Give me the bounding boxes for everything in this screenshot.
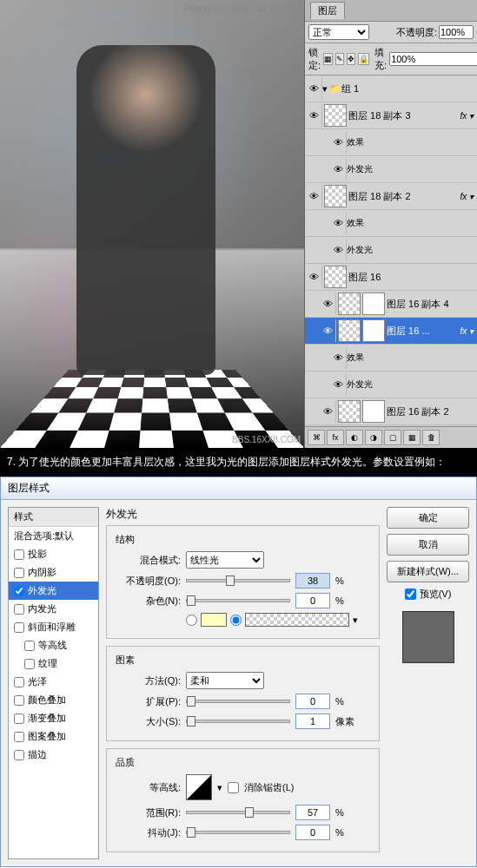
style-drop-shadow[interactable]: 投影 — [9, 545, 98, 563]
style-checkbox[interactable] — [14, 586, 24, 596]
color-radio[interactable] — [186, 615, 197, 626]
style-checkbox[interactable] — [14, 549, 24, 560]
style-gradient-overlay[interactable]: 渐变叠加 — [9, 709, 98, 727]
layer-effect[interactable]: 👁效果 — [305, 129, 477, 156]
opacity-input[interactable] — [295, 573, 330, 589]
blend-mode-select[interactable]: 线性光 — [186, 551, 264, 569]
jitter-input[interactable] — [295, 825, 330, 840]
delete-icon[interactable]: 🗑 — [422, 430, 440, 445]
visibility-icon[interactable]: 👁 — [331, 131, 347, 154]
layer-effect[interactable]: 👁外发光 — [305, 237, 477, 264]
style-stroke[interactable]: 描边 — [9, 746, 98, 764]
lock-position-icon[interactable]: ✥ — [347, 53, 355, 65]
visibility-icon[interactable]: 👁 — [331, 346, 347, 369]
style-pattern-overlay[interactable]: 图案叠加 — [9, 727, 98, 746]
noise-slider[interactable] — [186, 599, 290, 602]
lock-all-icon[interactable]: 🔒 — [358, 53, 369, 65]
fx-badge[interactable]: fx ▾ — [460, 326, 474, 336]
preview-checkbox[interactable] — [405, 589, 416, 600]
new-style-button[interactable]: 新建样式(W)... — [387, 561, 469, 582]
style-checkbox[interactable] — [14, 568, 24, 578]
opacity-slider[interactable] — [186, 579, 290, 582]
style-outer-glow[interactable]: 外发光 — [9, 582, 98, 600]
contour-dropdown-icon[interactable]: ▾ — [217, 782, 222, 793]
layer-thumb — [324, 104, 347, 127]
layer-effect[interactable]: 👁效果 — [305, 345, 477, 372]
style-checkbox[interactable] — [14, 750, 24, 760]
style-checkbox[interactable] — [14, 677, 24, 687]
new-layer-icon[interactable]: ▦ — [403, 430, 421, 445]
range-input[interactable] — [295, 805, 330, 820]
style-checkbox[interactable] — [14, 604, 24, 615]
style-checkbox[interactable] — [14, 695, 24, 706]
style-checkbox[interactable] — [14, 622, 24, 633]
style-color-overlay[interactable]: 颜色叠加 — [9, 691, 98, 709]
visibility-icon[interactable]: 👁 — [331, 373, 347, 396]
visibility-icon[interactable]: 👁 — [307, 77, 322, 100]
layer-mask — [362, 293, 385, 315]
gradient-dropdown-icon[interactable]: ▾ — [353, 615, 358, 626]
style-checkbox[interactable] — [24, 641, 35, 651]
fx-badge[interactable]: fx ▾ — [460, 192, 474, 201]
style-inner-glow[interactable]: 内发光 — [9, 600, 98, 618]
size-input[interactable] — [295, 713, 330, 729]
noise-input[interactable] — [295, 593, 330, 608]
visibility-icon[interactable]: 👁 — [321, 400, 336, 423]
layer-item-selected[interactable]: 👁 图层 16 ... fx ▾ — [305, 318, 477, 345]
gradient-radio[interactable] — [230, 615, 242, 626]
cancel-button[interactable]: 取消 — [387, 534, 469, 556]
visibility-icon[interactable]: 👁 — [331, 158, 347, 181]
style-checkbox[interactable] — [14, 713, 24, 724]
link-layers-icon[interactable]: ⌘ — [308, 430, 325, 445]
layer-effect[interactable]: 👁外发光 — [305, 372, 477, 398]
style-checkbox[interactable] — [24, 659, 35, 669]
visibility-icon[interactable]: 👁 — [307, 185, 322, 207]
opacity-input[interactable] — [439, 25, 474, 39]
layer-mask — [362, 319, 385, 342]
range-slider[interactable] — [186, 811, 290, 814]
blending-options[interactable]: 混合选项:默认 — [9, 527, 98, 545]
range-label: 范围(R): — [116, 806, 181, 819]
style-checkbox[interactable] — [14, 732, 24, 742]
preview-label: 预览(V) — [420, 588, 452, 601]
jitter-slider[interactable] — [186, 831, 290, 834]
fill-input[interactable] — [389, 52, 477, 66]
spread-slider[interactable] — [186, 700, 290, 703]
layer-item[interactable]: 👁 图层 18 副本 2 fx ▾ — [305, 183, 477, 210]
visibility-icon[interactable]: 👁 — [331, 212, 347, 234]
blend-mode-select[interactable]: 正常 — [308, 24, 369, 40]
color-swatch[interactable] — [201, 613, 227, 627]
visibility-icon[interactable]: 👁 — [321, 293, 336, 315]
folder-icon[interactable]: ▢ — [384, 430, 401, 445]
layer-group[interactable]: 👁 ▾ 📁 组 1 — [305, 76, 477, 102]
style-contour[interactable]: 等高线 — [9, 636, 98, 654]
style-satin[interactable]: 光泽 — [9, 673, 98, 691]
style-bevel[interactable]: 斜面和浮雕 — [9, 618, 98, 636]
layer-mask-icon[interactable]: ◐ — [346, 430, 363, 445]
ok-button[interactable]: 确定 — [387, 507, 469, 529]
size-slider[interactable] — [186, 720, 290, 723]
visibility-icon[interactable]: 👁 — [321, 319, 336, 342]
style-texture[interactable]: 纹理 — [9, 654, 98, 673]
layer-item[interactable]: 👁 图层 16 — [305, 264, 477, 291]
visibility-icon[interactable]: 👁 — [307, 104, 322, 127]
lock-transparency-icon[interactable]: ▦ — [323, 53, 333, 65]
layer-effect[interactable]: 👁效果 — [305, 210, 477, 237]
adjustment-icon[interactable]: ◑ — [365, 430, 382, 445]
antialias-checkbox[interactable] — [228, 782, 239, 793]
spread-input[interactable] — [295, 694, 330, 709]
style-inner-shadow[interactable]: 内阴影 — [9, 563, 98, 582]
gradient-picker[interactable] — [245, 613, 349, 627]
lock-image-icon[interactable]: ✎ — [335, 53, 344, 65]
layer-effect[interactable]: 👁外发光 — [305, 156, 477, 183]
method-select[interactable]: 柔和 — [186, 672, 264, 689]
layer-item[interactable]: 👁 图层 16 副本 2 — [305, 398, 477, 425]
layer-item[interactable]: 👁 图层 16 副本 4 — [305, 291, 477, 318]
visibility-icon[interactable]: 👁 — [307, 266, 322, 288]
layer-style-icon[interactable]: fx — [327, 430, 344, 445]
fx-badge[interactable]: fx ▾ — [460, 111, 474, 121]
contour-picker[interactable] — [186, 774, 212, 800]
visibility-icon[interactable]: 👁 — [331, 239, 347, 261]
layers-tab[interactable]: 图层 — [310, 2, 345, 19]
layer-item[interactable]: 👁 图层 18 副本 3 fx ▾ — [305, 102, 477, 129]
